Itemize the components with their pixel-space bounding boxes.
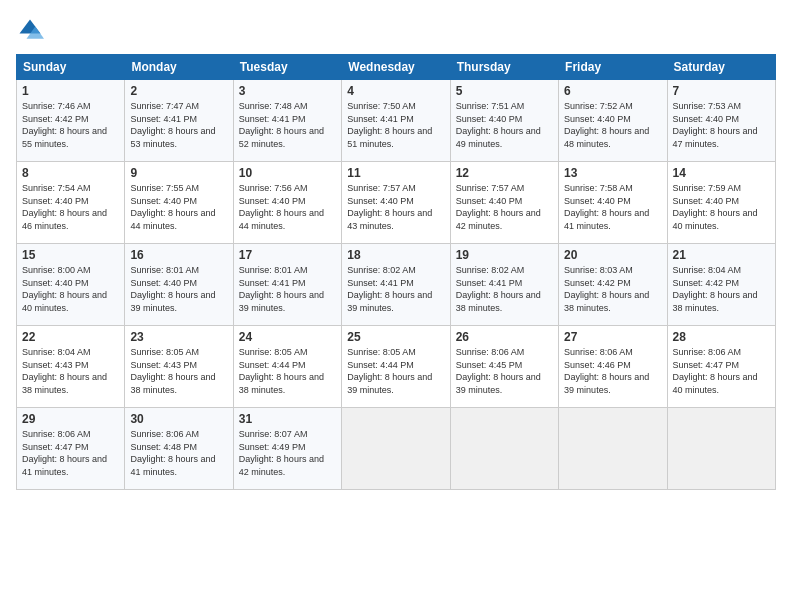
day-number: 20 bbox=[564, 248, 661, 262]
weekday-header: Friday bbox=[559, 55, 667, 80]
day-number: 8 bbox=[22, 166, 119, 180]
day-number: 10 bbox=[239, 166, 336, 180]
day-number: 9 bbox=[130, 166, 227, 180]
day-cell: 22 Sunrise: 8:04 AMSunset: 4:43 PMDaylig… bbox=[17, 326, 125, 408]
day-info: Sunrise: 8:03 AMSunset: 4:42 PMDaylight:… bbox=[564, 265, 649, 313]
day-cell: 9 Sunrise: 7:55 AMSunset: 4:40 PMDayligh… bbox=[125, 162, 233, 244]
day-info: Sunrise: 8:06 AMSunset: 4:47 PMDaylight:… bbox=[673, 347, 758, 395]
day-cell: 2 Sunrise: 7:47 AMSunset: 4:41 PMDayligh… bbox=[125, 80, 233, 162]
day-info: Sunrise: 7:47 AMSunset: 4:41 PMDaylight:… bbox=[130, 101, 215, 149]
day-info: Sunrise: 7:53 AMSunset: 4:40 PMDaylight:… bbox=[673, 101, 758, 149]
day-info: Sunrise: 8:06 AMSunset: 4:46 PMDaylight:… bbox=[564, 347, 649, 395]
day-cell: 28 Sunrise: 8:06 AMSunset: 4:47 PMDaylig… bbox=[667, 326, 775, 408]
day-cell bbox=[450, 408, 558, 490]
day-number: 19 bbox=[456, 248, 553, 262]
day-cell: 23 Sunrise: 8:05 AMSunset: 4:43 PMDaylig… bbox=[125, 326, 233, 408]
day-info: Sunrise: 7:57 AMSunset: 4:40 PMDaylight:… bbox=[347, 183, 432, 231]
day-cell: 5 Sunrise: 7:51 AMSunset: 4:40 PMDayligh… bbox=[450, 80, 558, 162]
day-number: 24 bbox=[239, 330, 336, 344]
day-number: 12 bbox=[456, 166, 553, 180]
day-info: Sunrise: 7:52 AMSunset: 4:40 PMDaylight:… bbox=[564, 101, 649, 149]
day-info: Sunrise: 7:51 AMSunset: 4:40 PMDaylight:… bbox=[456, 101, 541, 149]
day-cell: 20 Sunrise: 8:03 AMSunset: 4:42 PMDaylig… bbox=[559, 244, 667, 326]
day-info: Sunrise: 7:58 AMSunset: 4:40 PMDaylight:… bbox=[564, 183, 649, 231]
day-info: Sunrise: 7:50 AMSunset: 4:41 PMDaylight:… bbox=[347, 101, 432, 149]
day-number: 4 bbox=[347, 84, 444, 98]
header-row: SundayMondayTuesdayWednesdayThursdayFrid… bbox=[17, 55, 776, 80]
day-cell: 26 Sunrise: 8:06 AMSunset: 4:45 PMDaylig… bbox=[450, 326, 558, 408]
day-number: 27 bbox=[564, 330, 661, 344]
day-cell: 29 Sunrise: 8:06 AMSunset: 4:47 PMDaylig… bbox=[17, 408, 125, 490]
day-info: Sunrise: 8:06 AMSunset: 4:48 PMDaylight:… bbox=[130, 429, 215, 477]
weekday-header: Tuesday bbox=[233, 55, 341, 80]
day-info: Sunrise: 8:02 AMSunset: 4:41 PMDaylight:… bbox=[456, 265, 541, 313]
day-cell: 30 Sunrise: 8:06 AMSunset: 4:48 PMDaylig… bbox=[125, 408, 233, 490]
day-cell: 24 Sunrise: 8:05 AMSunset: 4:44 PMDaylig… bbox=[233, 326, 341, 408]
day-number: 29 bbox=[22, 412, 119, 426]
day-cell: 25 Sunrise: 8:05 AMSunset: 4:44 PMDaylig… bbox=[342, 326, 450, 408]
day-cell: 13 Sunrise: 7:58 AMSunset: 4:40 PMDaylig… bbox=[559, 162, 667, 244]
weekday-header: Saturday bbox=[667, 55, 775, 80]
weekday-header: Wednesday bbox=[342, 55, 450, 80]
day-cell: 17 Sunrise: 8:01 AMSunset: 4:41 PMDaylig… bbox=[233, 244, 341, 326]
day-cell: 1 Sunrise: 7:46 AMSunset: 4:42 PMDayligh… bbox=[17, 80, 125, 162]
day-cell bbox=[667, 408, 775, 490]
calendar-table: SundayMondayTuesdayWednesdayThursdayFrid… bbox=[16, 54, 776, 490]
day-number: 2 bbox=[130, 84, 227, 98]
day-cell: 18 Sunrise: 8:02 AMSunset: 4:41 PMDaylig… bbox=[342, 244, 450, 326]
week-row: 1 Sunrise: 7:46 AMSunset: 4:42 PMDayligh… bbox=[17, 80, 776, 162]
day-info: Sunrise: 7:54 AMSunset: 4:40 PMDaylight:… bbox=[22, 183, 107, 231]
day-info: Sunrise: 8:07 AMSunset: 4:49 PMDaylight:… bbox=[239, 429, 324, 477]
day-cell bbox=[342, 408, 450, 490]
day-number: 22 bbox=[22, 330, 119, 344]
day-cell: 11 Sunrise: 7:57 AMSunset: 4:40 PMDaylig… bbox=[342, 162, 450, 244]
day-cell: 6 Sunrise: 7:52 AMSunset: 4:40 PMDayligh… bbox=[559, 80, 667, 162]
day-number: 1 bbox=[22, 84, 119, 98]
day-info: Sunrise: 7:46 AMSunset: 4:42 PMDaylight:… bbox=[22, 101, 107, 149]
day-cell bbox=[559, 408, 667, 490]
weekday-header: Sunday bbox=[17, 55, 125, 80]
day-info: Sunrise: 7:55 AMSunset: 4:40 PMDaylight:… bbox=[130, 183, 215, 231]
day-cell: 27 Sunrise: 8:06 AMSunset: 4:46 PMDaylig… bbox=[559, 326, 667, 408]
day-cell: 12 Sunrise: 7:57 AMSunset: 4:40 PMDaylig… bbox=[450, 162, 558, 244]
day-cell: 10 Sunrise: 7:56 AMSunset: 4:40 PMDaylig… bbox=[233, 162, 341, 244]
logo bbox=[16, 16, 48, 44]
day-number: 15 bbox=[22, 248, 119, 262]
day-number: 28 bbox=[673, 330, 770, 344]
day-number: 6 bbox=[564, 84, 661, 98]
day-cell: 31 Sunrise: 8:07 AMSunset: 4:49 PMDaylig… bbox=[233, 408, 341, 490]
day-cell: 15 Sunrise: 8:00 AMSunset: 4:40 PMDaylig… bbox=[17, 244, 125, 326]
day-info: Sunrise: 8:01 AMSunset: 4:41 PMDaylight:… bbox=[239, 265, 324, 313]
day-info: Sunrise: 8:00 AMSunset: 4:40 PMDaylight:… bbox=[22, 265, 107, 313]
day-info: Sunrise: 8:05 AMSunset: 4:44 PMDaylight:… bbox=[239, 347, 324, 395]
week-row: 15 Sunrise: 8:00 AMSunset: 4:40 PMDaylig… bbox=[17, 244, 776, 326]
day-info: Sunrise: 8:01 AMSunset: 4:40 PMDaylight:… bbox=[130, 265, 215, 313]
day-cell: 7 Sunrise: 7:53 AMSunset: 4:40 PMDayligh… bbox=[667, 80, 775, 162]
day-number: 25 bbox=[347, 330, 444, 344]
day-number: 17 bbox=[239, 248, 336, 262]
day-number: 30 bbox=[130, 412, 227, 426]
day-cell: 21 Sunrise: 8:04 AMSunset: 4:42 PMDaylig… bbox=[667, 244, 775, 326]
logo-icon bbox=[16, 16, 44, 44]
day-info: Sunrise: 8:04 AMSunset: 4:42 PMDaylight:… bbox=[673, 265, 758, 313]
day-info: Sunrise: 8:06 AMSunset: 4:45 PMDaylight:… bbox=[456, 347, 541, 395]
day-number: 21 bbox=[673, 248, 770, 262]
day-info: Sunrise: 7:57 AMSunset: 4:40 PMDaylight:… bbox=[456, 183, 541, 231]
day-number: 31 bbox=[239, 412, 336, 426]
day-info: Sunrise: 7:59 AMSunset: 4:40 PMDaylight:… bbox=[673, 183, 758, 231]
day-number: 11 bbox=[347, 166, 444, 180]
day-info: Sunrise: 8:06 AMSunset: 4:47 PMDaylight:… bbox=[22, 429, 107, 477]
week-row: 22 Sunrise: 8:04 AMSunset: 4:43 PMDaylig… bbox=[17, 326, 776, 408]
day-number: 13 bbox=[564, 166, 661, 180]
day-cell: 3 Sunrise: 7:48 AMSunset: 4:41 PMDayligh… bbox=[233, 80, 341, 162]
day-info: Sunrise: 8:04 AMSunset: 4:43 PMDaylight:… bbox=[22, 347, 107, 395]
day-number: 23 bbox=[130, 330, 227, 344]
day-cell: 4 Sunrise: 7:50 AMSunset: 4:41 PMDayligh… bbox=[342, 80, 450, 162]
week-row: 29 Sunrise: 8:06 AMSunset: 4:47 PMDaylig… bbox=[17, 408, 776, 490]
day-number: 5 bbox=[456, 84, 553, 98]
day-number: 14 bbox=[673, 166, 770, 180]
day-number: 3 bbox=[239, 84, 336, 98]
day-info: Sunrise: 8:02 AMSunset: 4:41 PMDaylight:… bbox=[347, 265, 432, 313]
day-info: Sunrise: 8:05 AMSunset: 4:43 PMDaylight:… bbox=[130, 347, 215, 395]
day-cell: 19 Sunrise: 8:02 AMSunset: 4:41 PMDaylig… bbox=[450, 244, 558, 326]
